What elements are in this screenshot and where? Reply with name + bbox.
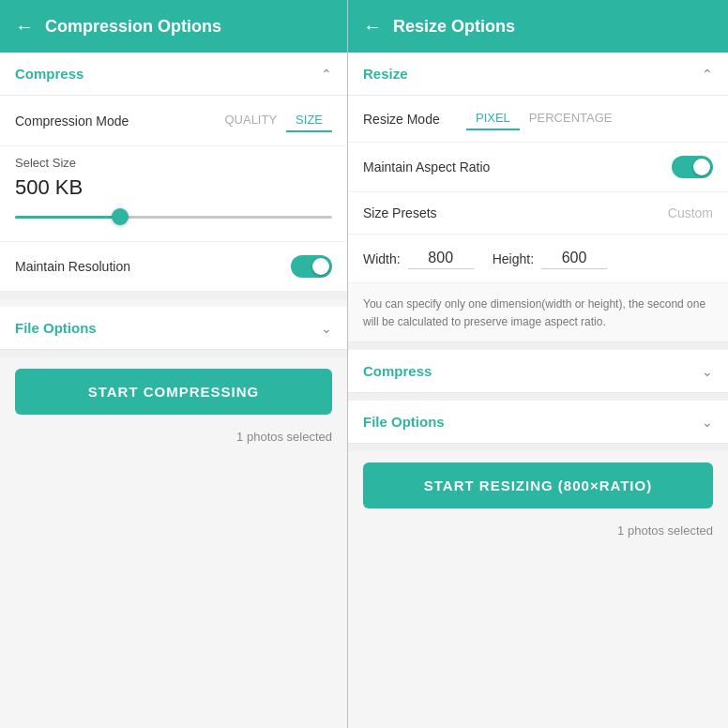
height-label: Height: [493, 251, 534, 266]
maintain-aspect-ratio-toggle[interactable] [672, 156, 713, 178]
maintain-resolution-toggle[interactable] [291, 255, 332, 278]
resize-chevron-icon: ⌃ [702, 67, 713, 82]
start-resizing-button[interactable]: START RESIZING (800×Ratio) [363, 463, 713, 508]
maintain-resolution-row: Maintain Resolution [0, 242, 347, 292]
width-label: Width: [363, 251, 401, 266]
left-panel: ← Compression Options Compress ⌃ Compres… [0, 0, 347, 728]
left-header: ← Compression Options [0, 0, 347, 53]
left-photos-selected: 1 photos selected [0, 426, 347, 455]
file-options-chevron-icon: ⌄ [321, 321, 332, 336]
right-file-options-header[interactable]: File Options ⌄ [348, 401, 728, 444]
compress-section-title: Compress [15, 66, 83, 82]
resize-mode-label: Resize Mode [363, 112, 466, 127]
info-text: You can specify only one dimension(width… [363, 297, 705, 328]
right-compress-header[interactable]: Compress ⌄ [348, 350, 728, 393]
slider-thumb [112, 208, 129, 225]
compression-mode-tabs: QUALITY SIZE [215, 109, 332, 132]
file-options-section: File Options ⌄ [0, 307, 347, 350]
right-gap-2 [348, 393, 728, 401]
resize-section-title: Resize [363, 66, 408, 82]
dimensions-row: Width: Height: [348, 235, 728, 283]
right-file-options-chevron-icon: ⌄ [702, 415, 713, 430]
right-file-options-section: File Options ⌄ [348, 401, 728, 444]
file-options-title: File Options [15, 320, 97, 336]
compression-mode-row: Compression Mode QUALITY SIZE [0, 96, 347, 146]
width-input[interactable] [408, 248, 474, 269]
gap-1 [0, 292, 347, 299]
right-compress-title: Compress [363, 363, 432, 379]
size-presets-label: Size Presets [363, 205, 668, 220]
size-presets-value: Custom [668, 205, 713, 220]
maintain-resolution-label: Maintain Resolution [15, 259, 291, 274]
right-file-options-title: File Options [363, 414, 445, 430]
left-content: Compress ⌃ Compression Mode QUALITY SIZE… [0, 53, 347, 728]
resize-section-header[interactable]: Resize ⌃ [348, 53, 728, 96]
right-compress-section: Compress ⌄ [348, 350, 728, 393]
left-back-button[interactable]: ← [15, 16, 34, 38]
maintain-aspect-ratio-label: Maintain Aspect Ratio [363, 159, 672, 174]
select-size-value: 500 KB [15, 175, 332, 200]
aspect-toggle-thumb [693, 159, 710, 175]
info-box: You can specify only one dimension(width… [348, 283, 728, 342]
file-options-header[interactable]: File Options ⌄ [0, 307, 347, 350]
size-presets-row: Size Presets Custom [348, 192, 728, 235]
slider-track [15, 216, 332, 219]
resize-section: Resize ⌃ Resize Mode PIXEL PERCENTAGE Ma… [348, 53, 728, 342]
right-panel: ← Resize Options Resize ⌃ Resize Mode PI… [347, 0, 728, 728]
compression-tab-quality[interactable]: QUALITY [215, 109, 286, 132]
right-gap-1 [348, 342, 728, 350]
right-compress-chevron-icon: ⌄ [702, 364, 713, 379]
right-header-title: Resize Options [393, 17, 515, 37]
select-size-section: Select Size 500 KB [0, 146, 347, 242]
gap-2 [0, 350, 347, 357]
right-header: ← Resize Options [348, 0, 728, 53]
compress-chevron-icon: ⌃ [321, 67, 332, 82]
toggle-thumb [312, 258, 329, 275]
right-photos-selected: 1 photos selected [348, 520, 728, 549]
compress-section-header[interactable]: Compress ⌃ [0, 53, 347, 96]
maintain-aspect-ratio-row: Maintain Aspect Ratio [348, 143, 728, 192]
select-size-label: Select Size [15, 156, 332, 170]
compression-tab-size[interactable]: SIZE [286, 109, 332, 132]
start-compressing-button[interactable]: START COMPRESSING [15, 369, 332, 415]
resize-mode-row: Resize Mode PIXEL PERCENTAGE [348, 96, 728, 143]
resize-mode-tabs: PIXEL PERCENTAGE [466, 107, 621, 130]
right-gap-3 [348, 444, 728, 451]
right-back-button[interactable]: ← [363, 16, 382, 38]
compression-mode-label: Compression Mode [15, 114, 215, 129]
compress-section: Compress ⌃ Compression Mode QUALITY SIZE… [0, 53, 347, 292]
resize-tab-pixel[interactable]: PIXEL [466, 107, 520, 130]
resize-tab-percentage[interactable]: PERCENTAGE [520, 107, 622, 130]
right-content: Resize ⌃ Resize Mode PIXEL PERCENTAGE Ma… [348, 53, 728, 728]
size-slider[interactable] [15, 207, 332, 226]
height-input[interactable] [541, 248, 607, 269]
left-header-title: Compression Options [45, 17, 221, 37]
